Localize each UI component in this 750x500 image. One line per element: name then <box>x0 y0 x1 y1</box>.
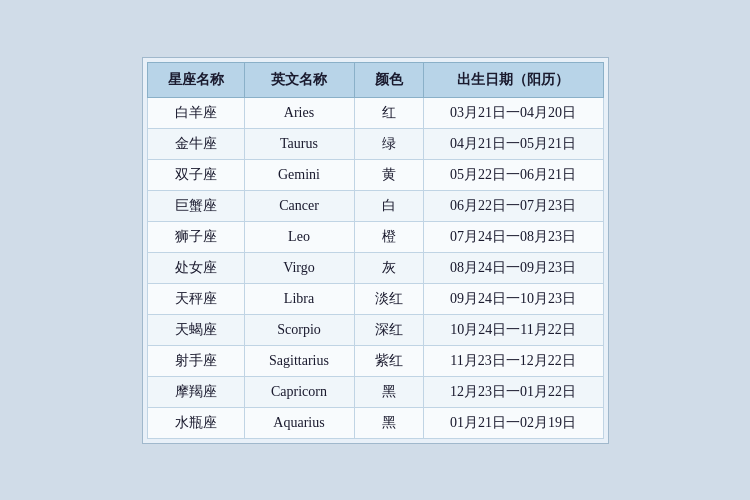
table-row: 水瓶座Aquarius黑01月21日一02月19日 <box>147 407 603 438</box>
header-english: 英文名称 <box>244 62 354 97</box>
cell-color: 白 <box>354 190 423 221</box>
cell-english: Aquarius <box>244 407 354 438</box>
zodiac-table: 星座名称 英文名称 颜色 出生日期（阳历） 白羊座Aries红03月21日一04… <box>147 62 604 439</box>
cell-color: 深红 <box>354 314 423 345</box>
table-header-row: 星座名称 英文名称 颜色 出生日期（阳历） <box>147 62 603 97</box>
cell-date: 10月24日一11月22日 <box>423 314 603 345</box>
cell-english: Taurus <box>244 128 354 159</box>
header-chinese: 星座名称 <box>147 62 244 97</box>
cell-chinese: 处女座 <box>147 252 244 283</box>
cell-chinese: 摩羯座 <box>147 376 244 407</box>
cell-english: Scorpio <box>244 314 354 345</box>
cell-date: 12月23日一01月22日 <box>423 376 603 407</box>
cell-date: 01月21日一02月19日 <box>423 407 603 438</box>
cell-color: 橙 <box>354 221 423 252</box>
cell-color: 黄 <box>354 159 423 190</box>
cell-date: 03月21日一04月20日 <box>423 97 603 128</box>
cell-english: Libra <box>244 283 354 314</box>
cell-date: 06月22日一07月23日 <box>423 190 603 221</box>
cell-color: 红 <box>354 97 423 128</box>
zodiac-table-container: 星座名称 英文名称 颜色 出生日期（阳历） 白羊座Aries红03月21日一04… <box>142 57 609 444</box>
cell-chinese: 巨蟹座 <box>147 190 244 221</box>
cell-english: Aries <box>244 97 354 128</box>
table-row: 巨蟹座Cancer白06月22日一07月23日 <box>147 190 603 221</box>
cell-color: 绿 <box>354 128 423 159</box>
cell-chinese: 白羊座 <box>147 97 244 128</box>
cell-english: Capricorn <box>244 376 354 407</box>
cell-color: 紫红 <box>354 345 423 376</box>
cell-date: 05月22日一06月21日 <box>423 159 603 190</box>
cell-english: Gemini <box>244 159 354 190</box>
cell-chinese: 狮子座 <box>147 221 244 252</box>
cell-color: 灰 <box>354 252 423 283</box>
table-row: 双子座Gemini黄05月22日一06月21日 <box>147 159 603 190</box>
cell-english: Virgo <box>244 252 354 283</box>
cell-english: Cancer <box>244 190 354 221</box>
cell-english: Sagittarius <box>244 345 354 376</box>
table-row: 天秤座Libra淡红09月24日一10月23日 <box>147 283 603 314</box>
header-color: 颜色 <box>354 62 423 97</box>
cell-color: 淡红 <box>354 283 423 314</box>
cell-chinese: 双子座 <box>147 159 244 190</box>
table-row: 处女座Virgo灰08月24日一09月23日 <box>147 252 603 283</box>
cell-chinese: 射手座 <box>147 345 244 376</box>
table-row: 射手座Sagittarius紫红11月23日一12月22日 <box>147 345 603 376</box>
cell-english: Leo <box>244 221 354 252</box>
cell-date: 07月24日一08月23日 <box>423 221 603 252</box>
table-row: 金牛座Taurus绿04月21日一05月21日 <box>147 128 603 159</box>
table-row: 天蝎座Scorpio深红10月24日一11月22日 <box>147 314 603 345</box>
header-date: 出生日期（阳历） <box>423 62 603 97</box>
cell-date: 09月24日一10月23日 <box>423 283 603 314</box>
cell-color: 黑 <box>354 407 423 438</box>
table-row: 白羊座Aries红03月21日一04月20日 <box>147 97 603 128</box>
cell-date: 11月23日一12月22日 <box>423 345 603 376</box>
table-row: 狮子座Leo橙07月24日一08月23日 <box>147 221 603 252</box>
cell-color: 黑 <box>354 376 423 407</box>
table-row: 摩羯座Capricorn黑12月23日一01月22日 <box>147 376 603 407</box>
cell-chinese: 金牛座 <box>147 128 244 159</box>
cell-date: 04月21日一05月21日 <box>423 128 603 159</box>
cell-date: 08月24日一09月23日 <box>423 252 603 283</box>
cell-chinese: 水瓶座 <box>147 407 244 438</box>
cell-chinese: 天蝎座 <box>147 314 244 345</box>
cell-chinese: 天秤座 <box>147 283 244 314</box>
